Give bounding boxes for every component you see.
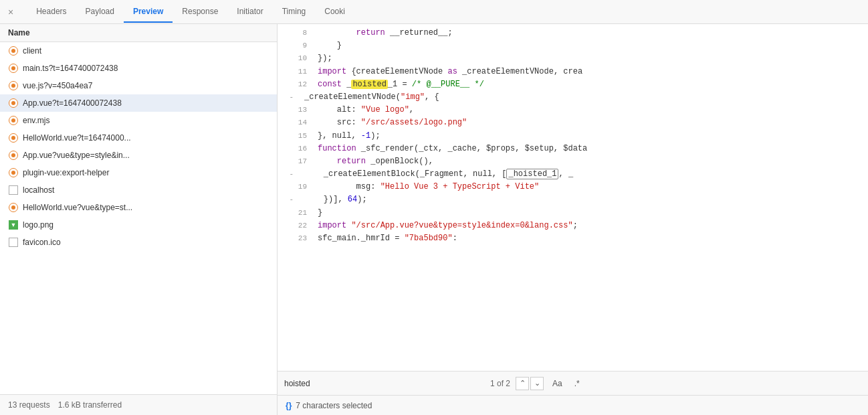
code-text: msg: "Hello Vue 3 + TypeScript + Vite" [318,181,863,193]
code-line: 16 function _sfc_render(_ctx, _cache, $p… [278,143,868,155]
tab-payload[interactable]: Payload [76,1,124,23]
search-navigation: ⌃ ⌄ [516,377,544,390]
file-list-panel: Name client main.ts?t=1647400072438 [0,24,278,415]
code-text: })], 64); [304,193,863,206]
file-type-icon [8,237,19,248]
tab-close-button[interactable]: × [5,4,16,20]
code-text: alt: "Vue logo", [318,104,863,116]
main-content: Name client main.ts?t=1647400072438 [0,24,868,415]
line-number: 9 [283,39,307,52]
file-type-icon: ▼ [8,220,19,230]
file-type-icon [8,46,19,56]
search-prev-button[interactable]: ⌃ [516,377,529,390]
line-dash: - [283,91,294,104]
code-text: }); [318,52,863,65]
code-text: }, null, -1); [318,130,863,143]
code-line: 23 sfc_main._hmrId = "7ba5bd90": [278,232,868,245]
code-line: 10 }); [278,52,868,65]
line-number: 23 [283,232,307,245]
code-text: sfc_main._hmrId = "7ba5bd90": [318,232,863,245]
code-text: return _openBlock(), [318,155,863,168]
file-type-icon [8,133,19,143]
file-name: favicon.ico [23,238,269,247]
tab-initiator[interactable]: Initiator [227,1,272,23]
list-item[interactable]: ▼ logo.png [0,216,277,234]
file-name: client [23,46,269,56]
list-item[interactable]: env.mjs [0,112,277,129]
file-type-icon [8,115,19,126]
line-number: 14 [283,116,307,129]
file-type-icon [8,98,19,108]
code-text: const _hoisted_1 = /* @__PURE__ */ [318,78,863,91]
search-next-button[interactable]: ⌄ [530,377,544,390]
file-type-icon [8,185,19,195]
tab-cookies[interactable]: Cooki [315,1,354,23]
file-name: App.vue?vue&type=style&in... [23,151,269,160]
line-number: 16 [283,143,307,155]
list-item[interactable]: favicon.ico [0,234,277,251]
file-type-icon [8,80,19,91]
list-item[interactable]: App.vue?t=1647400072438 [0,94,277,112]
list-item[interactable]: localhost [0,181,277,199]
tab-headers[interactable]: Headers [27,1,76,23]
search-input[interactable] [284,379,485,388]
code-line: - _createElementBlock(_Fragment, null, [… [278,168,868,181]
line-number: 12 [283,78,307,91]
file-name: main.ts?t=1647400072438 [23,64,269,73]
code-line: 8 return __returned__; [278,27,868,39]
request-count: 13 requests [8,400,50,410]
line-number: 10 [283,52,307,65]
file-name: localhost [23,185,269,195]
code-line: 9 } [278,39,868,52]
tab-timing[interactable]: Timing [273,1,316,23]
tab-preview[interactable]: Preview [124,1,173,23]
search-result-count: 1 of 2 [490,379,510,388]
code-line: - _createElementVNode("img", { [278,91,868,104]
list-item[interactable]: vue.js?v=450a4ea7 [0,77,277,94]
search-case-sensitive-button[interactable]: Aa [549,377,566,390]
file-name: HelloWorld.vue?vue&type=st... [23,203,269,212]
code-text: } [318,207,863,220]
line-number: 22 [283,220,307,232]
file-name: plugin-vue:export-helper [23,168,269,177]
list-item[interactable]: HelloWorld.vue?t=16474000... [0,129,277,147]
code-text: import "/src/App.vue?vue&type=style&inde… [318,220,863,232]
line-dash: - [283,193,294,206]
code-line: 11 import {createElementVNode as _create… [278,66,868,78]
list-item[interactable]: client [0,42,277,60]
code-content[interactable]: 8 return __returned__; 9 } 10 }); 11 imp… [278,24,868,371]
list-item[interactable]: App.vue?vue&type=style&in... [0,147,277,164]
search-regex-button[interactable]: .* [571,377,583,390]
list-item[interactable]: main.ts?t=1647400072438 [0,60,277,77]
line-number: 15 [283,130,307,143]
code-text: return __returned__; [318,27,863,39]
code-line: 15 }, null, -1); [278,130,868,143]
tab-response[interactable]: Response [173,1,227,23]
file-list-footer: 13 requests 1.6 kB transferred [0,394,277,415]
code-panel: 8 return __returned__; 9 } 10 }); 11 imp… [278,24,868,415]
code-line: 17 return _openBlock(), [278,155,868,168]
file-type-icon [8,63,19,74]
line-number: 19 [283,181,307,193]
list-item[interactable]: HelloWorld.vue?vue&type=st... [0,199,277,216]
code-text: import {createElementVNode as _createEle… [318,66,863,78]
file-name: HelloWorld.vue?t=16474000... [23,133,269,143]
code-line: - })], 64); [278,193,868,206]
code-line: 19 msg: "Hello Vue 3 + TypeScript + Vite… [278,181,868,193]
status-text: 7 characters selected [296,401,372,410]
code-line: 22 import "/src/App.vue?vue&type=style&i… [278,220,868,232]
code-text: } [318,39,863,52]
list-item[interactable]: plugin-vue:export-helper [0,164,277,181]
file-type-icon [8,202,19,213]
line-number: 21 [283,207,307,220]
line-number: 17 [283,155,307,168]
line-number: 8 [283,27,307,39]
code-text: src: "/src/assets/logo.png" [318,116,863,129]
line-number: 11 [283,66,307,78]
file-name: vue.js?v=450a4ea7 [23,81,269,90]
code-text: _createElementBlock(_Fragment, null, [_h… [304,168,863,181]
line-number: 13 [283,104,307,116]
code-text: _createElementVNode("img", { [304,91,863,104]
file-list-header: Name [0,24,277,42]
code-line: 21 } [278,207,868,220]
